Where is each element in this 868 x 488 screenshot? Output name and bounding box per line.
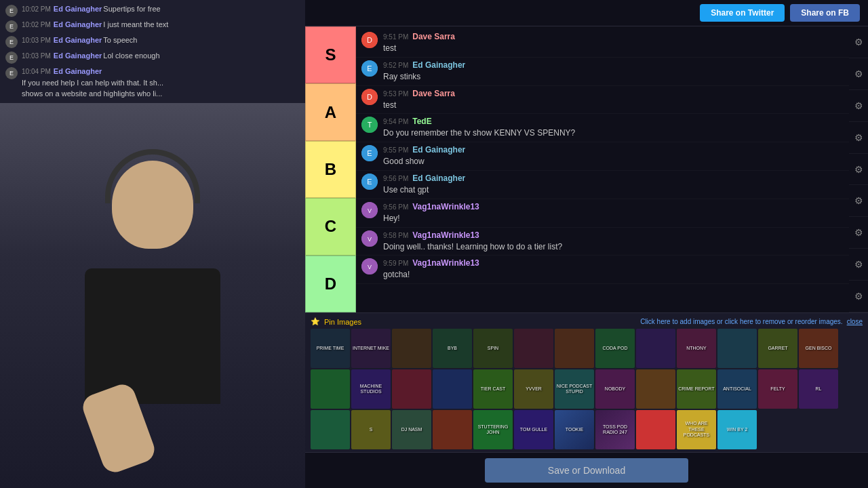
username-4: Ed Gainagher bbox=[54, 51, 102, 61]
pin-item-4[interactable]: BYB bbox=[433, 329, 472, 368]
pin-item-34[interactable]: TOSS POD RADIO 247 bbox=[595, 410, 635, 449]
pin-item-23[interactable]: CRIME REPORT bbox=[677, 369, 716, 409]
pin-item-15[interactable]: MACHINE STUDIOS bbox=[351, 369, 391, 409]
timestamp-4: 10:03 PM bbox=[22, 52, 51, 61]
gear-icon-9[interactable]: ⚙ bbox=[849, 281, 868, 312]
pin-item-25[interactable]: FELTY bbox=[758, 369, 797, 409]
pin-item-8[interactable]: CODA POD bbox=[595, 329, 635, 368]
pin-item-26[interactable]: RL bbox=[799, 369, 838, 409]
right-msg-time-4: 9:54 PM bbox=[383, 118, 408, 125]
top-buttons: Share on Twitter Share on FB bbox=[305, 0, 868, 26]
pin-item-18[interactable]: TIER CAST bbox=[473, 369, 513, 409]
right-msg-time-3: 9:53 PM bbox=[383, 90, 408, 98]
timestamp-3: 10:03 PM bbox=[22, 36, 51, 45]
middle-area: S A B C D D 9:51 PM Dave Sarra test bbox=[305, 26, 868, 312]
pin-item-31[interactable]: STUTTERING JOHN bbox=[473, 410, 513, 449]
right-msg-user-8: Vag1naWrinkle13 bbox=[412, 230, 479, 240]
chat-messages-left: E 10:02 PM Ed Gainagher Supertips for fr… bbox=[0, 0, 305, 103]
avatar-3: E bbox=[5, 36, 18, 48]
right-msg-text-7: Hey! bbox=[383, 213, 844, 224]
pin-item-20[interactable]: NICE PODCAST STUPID bbox=[555, 369, 594, 409]
gear-icon-8[interactable]: ⚙ bbox=[849, 249, 868, 281]
svg-text:E: E bbox=[367, 178, 372, 186]
right-msg-text-8: Doing well.. thanks! Learning how to do … bbox=[383, 241, 844, 253]
username-3: Ed Gainagher bbox=[54, 35, 102, 45]
chat-msg-4: E 10:03 PM Ed Gainagher Lol close enough bbox=[0, 49, 305, 65]
message-text-1: Supertips for free bbox=[103, 4, 160, 14]
avatar-ed-1: E bbox=[361, 60, 378, 77]
pin-item-6[interactable] bbox=[514, 329, 553, 368]
pin-item-16[interactable] bbox=[392, 369, 431, 409]
right-msg-header-5: 9:55 PM Ed Gainagher bbox=[383, 145, 844, 155]
share-twitter-button[interactable]: Share on Twitter bbox=[700, 4, 785, 22]
pin-item-37[interactable]: WIN BY 2 bbox=[717, 410, 757, 449]
tier-row-s[interactable]: S bbox=[305, 26, 356, 83]
pin-item-1[interactable]: PRIME TIME bbox=[311, 329, 350, 368]
avatar-dave-2: D bbox=[361, 89, 378, 105]
right-msg-header-9: 9:59 PM Vag1naWrinkle13 bbox=[383, 258, 844, 268]
pin-item-2[interactable]: INTERNET MIKE bbox=[351, 329, 391, 368]
svg-text:E: E bbox=[367, 64, 372, 73]
pin-item-10[interactable]: NTHONY bbox=[677, 329, 716, 368]
gear-icon-5[interactable]: ⚙ bbox=[849, 154, 868, 186]
gear-icon-7[interactable]: ⚙ bbox=[849, 217, 868, 249]
chat-msg-5: E 10:04 PM Ed Gainagher If you need help… bbox=[0, 65, 305, 100]
pin-item-28[interactable]: S bbox=[351, 410, 391, 449]
gear-icon-3[interactable]: ⚙ bbox=[849, 90, 868, 122]
pin-item-13[interactable]: GEN BISCO bbox=[799, 329, 838, 368]
msg-content-3: 10:03 PM Ed Gainagher To speech bbox=[22, 35, 138, 45]
pin-item-9[interactable] bbox=[636, 329, 675, 368]
msg-content-5: 10:04 PM Ed Gainagher If you need help I… bbox=[22, 66, 245, 99]
pin-item-5[interactable]: SPIN bbox=[473, 329, 513, 368]
avatar-vag-3: V bbox=[361, 258, 378, 274]
left-panel: E 10:02 PM Ed Gainagher Supertips for fr… bbox=[0, 0, 305, 488]
pin-item-12[interactable]: GARRET bbox=[758, 329, 797, 368]
tier-row-c[interactable]: C bbox=[305, 198, 356, 255]
right-msg-body-8: 9:58 PM Vag1naWrinkle13 Doing well.. tha… bbox=[383, 230, 844, 253]
right-msg-body-6: 9:56 PM Ed Gainagher Use chat gpt bbox=[383, 174, 844, 196]
pin-item-17[interactable] bbox=[433, 369, 472, 409]
right-msg-text-1: test bbox=[383, 43, 844, 54]
tier-row-b[interactable]: B bbox=[305, 141, 356, 198]
message-text-4: Lol close enough bbox=[103, 51, 159, 61]
gear-icon-2[interactable]: ⚙ bbox=[849, 58, 868, 90]
pin-item-36[interactable]: WHO ARE THESE PODCASTS bbox=[677, 410, 716, 449]
pin-images-add-link[interactable]: Click here to add images or click here t… bbox=[640, 318, 842, 325]
pin-item-29[interactable]: DJ NASM bbox=[392, 410, 431, 449]
svg-text:V: V bbox=[368, 207, 372, 214]
right-msg-time-8: 9:58 PM bbox=[383, 232, 408, 239]
svg-text:D: D bbox=[367, 36, 372, 44]
pin-item-11[interactable] bbox=[717, 329, 757, 368]
tier-row-a[interactable]: A bbox=[305, 83, 356, 140]
pin-item-22[interactable] bbox=[636, 369, 675, 409]
gear-icon-4[interactable]: ⚙ bbox=[849, 122, 868, 154]
share-facebook-button[interactable]: Share on FB bbox=[790, 4, 860, 22]
username-2: Ed Gainagher bbox=[54, 20, 102, 30]
right-chat: D 9:51 PM Dave Sarra test E 9:52 PM bbox=[356, 26, 849, 312]
pin-item-27[interactable] bbox=[311, 410, 350, 449]
svg-text:D: D bbox=[367, 93, 372, 101]
svg-text:T: T bbox=[368, 121, 372, 129]
pin-item-19[interactable]: YVVER bbox=[514, 369, 553, 409]
pin-item-21[interactable]: NOBODY bbox=[595, 369, 635, 409]
right-msg-header-3: 9:53 PM Dave Sarra bbox=[383, 89, 844, 98]
pin-item-3[interactable] bbox=[392, 329, 431, 368]
avatar-2: E bbox=[5, 20, 18, 33]
gear-icon-1[interactable]: ⚙ bbox=[849, 26, 868, 58]
svg-text:V: V bbox=[368, 264, 372, 270]
save-download-button[interactable]: Save or Download bbox=[485, 458, 688, 483]
tier-row-d[interactable]: D bbox=[305, 256, 356, 312]
pin-item-24[interactable]: ANTISOCIAL bbox=[717, 369, 757, 409]
pin-item-32[interactable]: TOM GULLE bbox=[514, 410, 553, 449]
gear-icon-6[interactable]: ⚙ bbox=[849, 185, 868, 217]
pin-item-7[interactable] bbox=[555, 329, 594, 368]
right-chat-msg-8: V 9:58 PM Vag1naWrinkle13 Doing well.. t… bbox=[356, 228, 849, 256]
pin-item-30[interactable] bbox=[433, 410, 472, 449]
pin-item-35[interactable] bbox=[636, 410, 675, 449]
pin-item-33[interactable]: TOOKIE bbox=[555, 410, 594, 449]
avatar-5: E bbox=[5, 67, 18, 79]
svg-text:V: V bbox=[368, 236, 372, 243]
pin-images-close-link[interactable]: close bbox=[847, 318, 863, 325]
pin-item-14[interactable] bbox=[311, 369, 350, 409]
video-area bbox=[0, 103, 305, 488]
